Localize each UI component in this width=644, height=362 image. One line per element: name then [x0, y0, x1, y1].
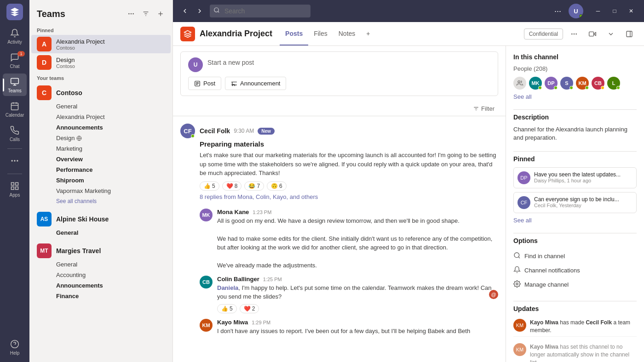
filter-button[interactable]: Filter	[469, 103, 498, 114]
channel-vapormax[interactable]: Vapormax Marketing	[31, 186, 171, 196]
nav-item-teams[interactable]: Teams	[3, 74, 27, 96]
person-avatar-2[interactable]: DP	[545, 77, 558, 90]
update-2-text: Kayo Miwa has set this channel to no lon…	[530, 343, 637, 362]
window-controls: ─ □ ✕	[591, 5, 638, 17]
reaction-thumb[interactable]: 👍 5	[200, 181, 219, 191]
channel-performance[interactable]: Performance	[31, 164, 171, 175]
option-find-in-channel[interactable]: Find in channel	[513, 249, 637, 263]
nav-item-more[interactable]	[3, 153, 27, 170]
tab-posts[interactable]: Posts	[280, 23, 308, 45]
expand-button[interactable]	[604, 27, 618, 41]
team-margies-row[interactable]: MT Margies Travel	[31, 241, 171, 259]
status-dot-1	[538, 86, 542, 90]
post-button[interactable]: Post	[188, 77, 221, 90]
replies-link[interactable]: 8 replies from Mona, Colin, Kayo, and ot…	[200, 193, 498, 200]
nav-item-activity[interactable]: Activity	[3, 25, 27, 47]
pinned-design[interactable]: D Design Contoso	[31, 53, 171, 72]
user-avatar[interactable]: U	[569, 4, 583, 18]
teams-header: Teams	[29, 0, 172, 24]
topbar-more-button[interactable]: ···	[551, 5, 565, 18]
see-all-pinned[interactable]: See all	[513, 217, 637, 224]
channel-more-button[interactable]	[567, 27, 581, 41]
svg-point-16	[128, 13, 130, 15]
pinned-item-1[interactable]: DP Have you seen the latest updates... D…	[513, 167, 637, 188]
channel-overview[interactable]: Overview	[31, 154, 171, 164]
mention-daniela: Daniela	[217, 284, 238, 291]
svg-rect-13	[12, 187, 14, 190]
nav-item-chat[interactable]: Chat 1	[3, 49, 27, 72]
search-input[interactable]	[210, 5, 310, 17]
channel-announcements[interactable]: Announcements	[31, 122, 171, 133]
active-indicator	[3, 79, 4, 91]
svg-point-17	[131, 13, 132, 15]
channel-alexandria-project[interactable]: Alexandria Project	[31, 112, 171, 122]
team-contoso-row[interactable]: C Contoso	[31, 83, 171, 101]
teams-add-button[interactable]	[154, 7, 167, 20]
nav-item-calendar[interactable]: Calendar	[3, 98, 27, 120]
minimize-button[interactable]: ─	[591, 5, 605, 17]
back-button[interactable]	[178, 5, 191, 17]
channel-margies-announcements[interactable]: Announcements	[31, 280, 171, 291]
mona-name: Mona Kane	[217, 209, 249, 215]
new-post-placeholder[interactable]: Start a new post	[207, 59, 490, 66]
pinned-sub-1: Daisy Phillips, 1 hour ago	[534, 178, 621, 183]
close-button[interactable]: ✕	[624, 5, 638, 17]
teams-more-button[interactable]	[125, 7, 138, 20]
colin-avatar: CB	[200, 276, 213, 288]
forward-button[interactable]	[193, 5, 206, 17]
pinned-alexandria[interactable]: A Alexandria Project Contoso	[31, 35, 171, 53]
maximize-button[interactable]: □	[607, 5, 622, 17]
channel-margies-general[interactable]: General	[31, 259, 171, 270]
video-button[interactable]	[585, 27, 600, 41]
see-all-contoso[interactable]: See all channels	[31, 196, 171, 206]
tab-notes[interactable]: Notes	[333, 23, 361, 45]
colin-reaction-heart[interactable]: ❤️ 2	[240, 304, 259, 313]
reaction-emoji4[interactable]: 🙃 6	[267, 181, 287, 191]
teams-filter-button[interactable]	[139, 7, 152, 20]
svg-point-14	[11, 340, 19, 348]
colin-reaction-thumb[interactable]: 👍 5	[217, 304, 237, 313]
reaction-laugh[interactable]: 😂 7	[244, 181, 264, 191]
reaction-heart[interactable]: ❤️ 8	[222, 181, 242, 191]
kayo-avatar: KM	[200, 319, 213, 332]
colin-content: Colin Ballinger 1:25 PM Daniela, I'm hap…	[217, 276, 498, 313]
option-notifications[interactable]: Channel notifications	[513, 263, 637, 277]
svg-point-42	[575, 33, 577, 34]
tab-files[interactable]: Files	[308, 23, 333, 45]
channel-alpine-general[interactable]: General	[31, 227, 171, 238]
confidential-button[interactable]: Confidential	[524, 28, 563, 40]
option-manage-channel[interactable]: Manage channel	[513, 277, 637, 292]
design-avatar: D	[37, 55, 52, 70]
nav-item-apps[interactable]: Apps	[3, 178, 27, 200]
announcement-button[interactable]: Announcement	[225, 77, 286, 90]
people-group-icon[interactable]	[513, 77, 526, 90]
svg-point-18	[132, 13, 134, 15]
channel-accounting[interactable]: Accounting	[31, 270, 171, 280]
nav-item-calls[interactable]: Calls	[3, 122, 27, 145]
channel-design[interactable]: Design	[31, 133, 171, 143]
sidebar-toggle-button[interactable]	[622, 27, 637, 41]
person-avatar-3[interactable]: S	[560, 77, 573, 90]
channel-finance[interactable]: Finance	[31, 291, 171, 301]
person-avatar-4[interactable]: KM	[576, 77, 589, 90]
margies-name: Margies Travel	[56, 247, 156, 255]
tab-add[interactable]: +	[361, 23, 375, 45]
person-avatar-1[interactable]: MK	[529, 77, 542, 90]
svg-point-41	[574, 33, 575, 34]
search-option-icon	[513, 252, 521, 260]
channel-general[interactable]: General	[31, 101, 171, 112]
pinned-text-2: Can everyone sign up to be inclu...	[534, 196, 619, 203]
nav-item-help[interactable]: Help	[3, 336, 27, 358]
person-avatar-6[interactable]: L	[607, 77, 620, 90]
person-avatar-5[interactable]: CB	[592, 77, 604, 90]
channel-shiproom[interactable]: Shiproom	[31, 175, 171, 186]
pinned-item-2[interactable]: CF Can everyone sign up to be inclu... C…	[513, 192, 637, 213]
nav-separator	[7, 148, 22, 149]
team-alpine-row[interactable]: AS Alpine Ski House	[31, 209, 171, 227]
channel-marketing[interactable]: Marketing	[31, 143, 171, 154]
svg-point-35	[159, 250, 160, 251]
mona-time: 1:23 PM	[253, 209, 271, 215]
divider-4	[513, 301, 637, 301]
see-all-people[interactable]: See all	[513, 93, 637, 100]
teams-icon	[9, 76, 20, 87]
